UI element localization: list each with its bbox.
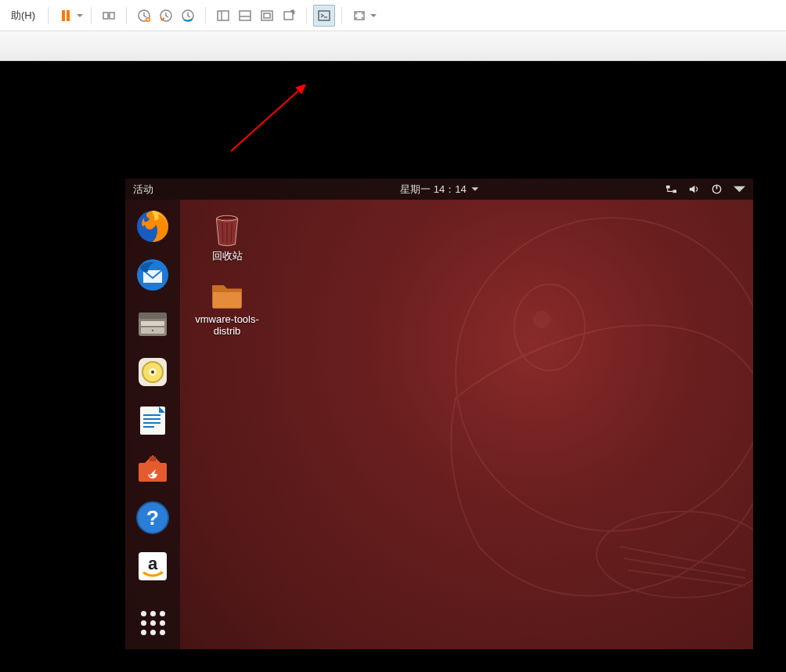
fullscreen-button[interactable] (348, 5, 370, 27)
dock-libreoffice-writer[interactable] (134, 402, 171, 439)
ubuntu-dock: ? a (125, 200, 180, 649)
desktop-trash[interactable]: 回收站 (188, 210, 266, 263)
dock-show-apps[interactable] (134, 604, 171, 641)
system-status-area[interactable] (665, 183, 745, 195)
svg-rect-2 (103, 13, 108, 19)
folder-icon (207, 274, 247, 313)
svg-rect-0 (62, 10, 65, 21)
svg-rect-31 (139, 313, 167, 319)
svg-rect-42 (143, 422, 160, 424)
separator (341, 7, 342, 24)
tab-bar (0, 31, 786, 61)
svg-rect-40 (143, 414, 160, 416)
pause-button[interactable] (55, 5, 77, 27)
apps-grid-icon (141, 611, 165, 635)
dock-thunderbird[interactable] (134, 256, 171, 294)
svg-point-22 (534, 312, 550, 327)
svg-point-23 (597, 511, 753, 598)
ubuntu-desktop[interactable]: 活动 星期一 14：14 (125, 179, 753, 649)
separator (91, 7, 92, 24)
view-stretch-button[interactable] (256, 5, 278, 27)
volume-icon (688, 183, 700, 195)
svg-point-38 (151, 370, 154, 374)
clock-area[interactable]: 星期一 14：14 (400, 182, 478, 197)
svg-point-20 (456, 218, 753, 531)
svg-rect-3 (110, 13, 114, 19)
desktop-trash-label: 回收站 (212, 249, 243, 263)
svg-rect-15 (284, 12, 293, 20)
fullscreen-dropdown[interactable] (369, 13, 378, 19)
separator (205, 7, 206, 24)
svg-text:a: a (148, 554, 158, 573)
power-icon (711, 183, 723, 195)
svg-point-21 (514, 284, 585, 370)
network-icon (665, 183, 677, 195)
chevron-down-icon (734, 183, 745, 195)
svg-rect-41 (143, 418, 160, 420)
dock-ubuntu-software[interactable] (134, 450, 171, 488)
separator (126, 7, 127, 24)
trash-icon (207, 210, 247, 249)
dock-amazon[interactable]: a (134, 547, 171, 585)
pause-dropdown[interactable] (75, 13, 85, 19)
svg-text:?: ? (146, 506, 159, 529)
snapshot-take-button[interactable] (133, 5, 155, 27)
svg-rect-45 (150, 457, 156, 461)
svg-rect-11 (240, 11, 251, 20)
svg-point-34 (152, 330, 153, 331)
ubuntu-top-panel: 活动 星期一 14：14 (125, 179, 753, 200)
svg-rect-9 (218, 11, 229, 20)
svg-line-19 (231, 85, 305, 151)
svg-rect-24 (666, 186, 670, 189)
chevron-down-icon (471, 186, 478, 193)
clock-text: 星期一 14：14 (400, 182, 467, 197)
vm-viewport: 活动 星期一 14：14 (0, 61, 786, 672)
svg-rect-25 (672, 190, 676, 193)
vmware-toolbar: 助(H) (0, 0, 786, 31)
dock-rhythmbox[interactable] (134, 353, 171, 391)
svg-rect-14 (264, 13, 270, 18)
separator (48, 7, 49, 24)
snapshot-manager-button[interactable] (177, 5, 199, 27)
svg-rect-32 (141, 321, 164, 326)
console-view-button[interactable] (313, 5, 335, 27)
dock-help[interactable]: ? (134, 499, 171, 537)
activities-button[interactable]: 活动 (133, 182, 153, 197)
dock-files[interactable] (134, 305, 171, 342)
desktop-folder-vmware-tools[interactable]: vmware-tools-distrib (188, 274, 266, 337)
view-library-button[interactable] (212, 5, 234, 27)
svg-rect-43 (143, 426, 154, 428)
svg-rect-13 (261, 11, 272, 20)
snapshot-revert-button[interactable] (155, 5, 177, 27)
svg-rect-1 (67, 10, 70, 21)
separator (306, 7, 307, 24)
view-thumbnail-button[interactable] (234, 5, 256, 27)
annotation-arrow (227, 85, 321, 163)
wallpaper-art (330, 202, 753, 641)
send-ctrl-alt-del-button[interactable] (98, 5, 120, 27)
desktop-icons: 回收站 vmware-tools-distrib (188, 210, 266, 337)
menu-help[interactable]: 助(H) (5, 9, 41, 23)
desktop-folder-label: vmware-tools-distrib (188, 313, 266, 337)
view-unity-button[interactable] (278, 5, 300, 27)
dock-firefox[interactable] (134, 208, 171, 245)
